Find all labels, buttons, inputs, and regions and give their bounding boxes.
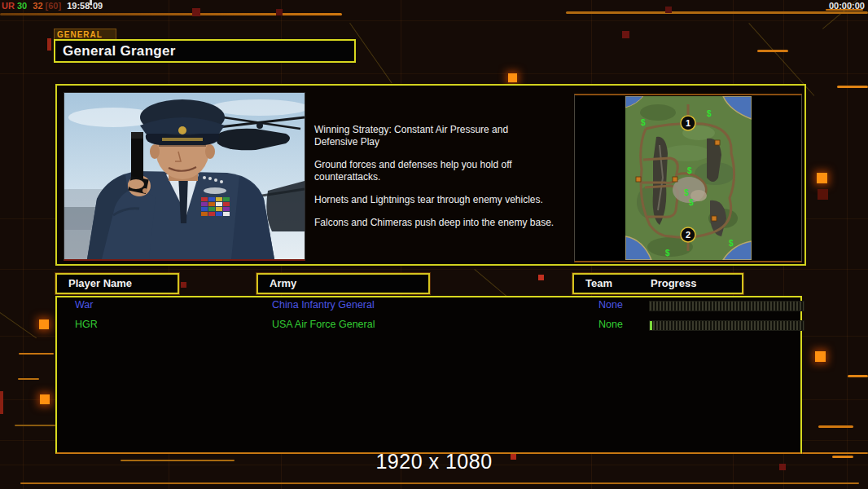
player-team: None [598, 299, 623, 311]
strategy-line-4: Falcons and Chimeras push deep into the … [314, 217, 568, 229]
svg-text:$: $ [687, 166, 692, 175]
general-title-box: General Granger [54, 39, 356, 63]
player-army: China Infantry General [272, 299, 375, 311]
general-info-panel: Winning Strategy: Constant Air Pressure … [55, 84, 806, 266]
strategy-line-3: Hornets and Lightnings tear through enem… [314, 194, 568, 206]
start-position-1: 1 [681, 116, 695, 130]
general-portrait [64, 92, 305, 261]
debug-ms: 32 [33, 1, 42, 11]
debug-cap: [60] [46, 1, 62, 11]
strategy-text: Winning Strategy: Constant Air Pressure … [314, 124, 568, 240]
svg-text:$: $ [707, 109, 712, 118]
header-army: Army [256, 273, 430, 294]
map-preview-box: $ $ $ $ $ $ $ 1 2 [574, 94, 802, 262]
start-position-2: 2 [681, 227, 695, 242]
player-list-panel: War China Infantry General None HGR USA … [55, 296, 802, 454]
player-army: USA Air Force General [272, 319, 375, 330]
load-progress-bar [649, 301, 804, 311]
general-name: General Granger [63, 43, 176, 59]
strategy-line-1: Winning Strategy: Constant Air Pressure … [314, 124, 568, 148]
debug-fps: 30 [17, 1, 27, 11]
svg-text:2: 2 [685, 230, 690, 240]
svg-text:$: $ [689, 198, 694, 207]
player-name: HGR [75, 319, 98, 330]
header-progress: Progress [651, 275, 696, 293]
header-team: Team [585, 275, 612, 293]
svg-text:$: $ [684, 188, 689, 197]
svg-text:1: 1 [685, 118, 690, 128]
map-preview: $ $ $ $ $ $ $ 1 2 [625, 96, 752, 260]
header-player-name: Player Name [55, 273, 179, 294]
player-team: None [598, 319, 623, 330]
debug-ur: UR [2, 1, 15, 11]
svg-text:$: $ [665, 249, 670, 258]
debug-clock: 19:58:09 [67, 1, 103, 11]
svg-text:$: $ [641, 118, 646, 127]
svg-text:$: $ [729, 239, 734, 248]
load-progress-bar [649, 320, 804, 331]
header-team-progress: Team Progress [572, 273, 743, 294]
debug-readout: UR 30 32 [60] 19:58:09 [2, 1, 106, 11]
game-timer: 00:00:00 [829, 1, 865, 11]
strategy-line-2: Ground forces and defenses help you hold… [314, 159, 568, 183]
resolution-label: 1920 x 1080 [375, 450, 492, 474]
player-name: War [75, 299, 93, 311]
